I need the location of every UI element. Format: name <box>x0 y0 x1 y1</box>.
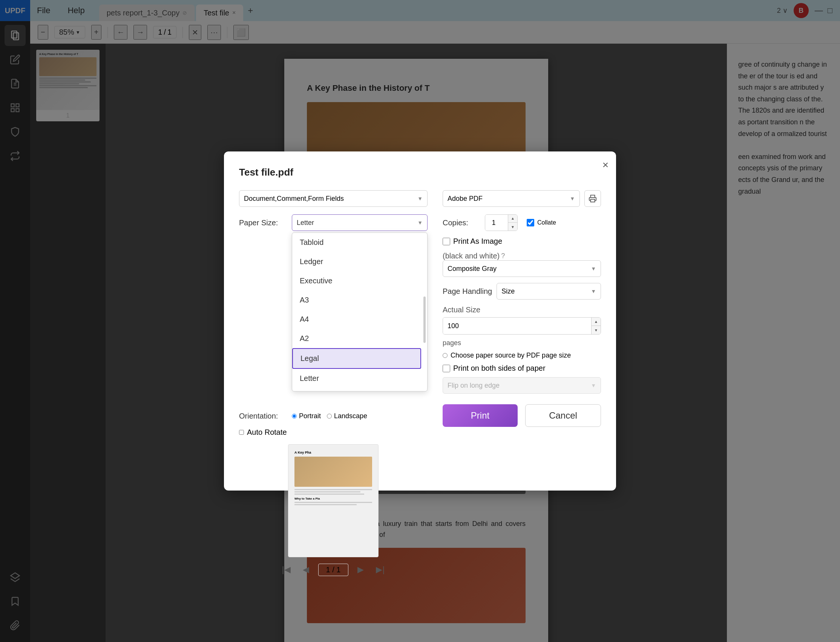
orientation-portrait-radio[interactable] <box>292 414 297 418</box>
printer-row: Adobe PDF ▼ <box>443 190 601 207</box>
paper-size-row: Paper Size: Letter ▼ Tabloid Ledger Exec… <box>239 214 427 231</box>
copies-up-button[interactable]: ▲ <box>508 214 517 223</box>
dropdown-item-a2[interactable]: A2 <box>292 329 421 348</box>
modal-body: Document,Comment,Form Fields ▼ Paper Siz… <box>239 190 601 576</box>
printer-value: Adobe PDF <box>447 195 483 203</box>
collate-text: Collate <box>537 219 556 226</box>
dropdown-item-tabloid[interactable]: Tabloid <box>292 233 421 252</box>
copies-label: Copies: <box>443 219 480 227</box>
print-as-image-checkbox[interactable] <box>443 238 450 245</box>
paper-size-trigger[interactable]: Letter ▼ <box>292 214 427 231</box>
color-select[interactable]: Composite Gray ▼ <box>443 260 601 277</box>
cancel-button[interactable]: Cancel <box>525 404 601 427</box>
dropdown-item-executive[interactable]: Executive <box>292 271 421 290</box>
orientation-options: Portrait Landscape <box>292 412 367 420</box>
printer-arrow: ▼ <box>570 196 575 201</box>
flip-select-wrapper: Flip on long edge ▼ <box>443 377 601 394</box>
copies-input[interactable] <box>485 214 508 231</box>
dropdown-item-a3[interactable]: A3 <box>292 290 421 310</box>
document-type-select[interactable]: Document,Comment,Form Fields ▼ <box>239 190 427 207</box>
choose-paper-source-label: Choose paper source by PDF page size <box>450 352 571 360</box>
orientation-label: Orientation: <box>239 412 292 420</box>
collate-checkbox[interactable] <box>527 219 534 227</box>
scrollbar-track <box>423 234 426 389</box>
modal-title: Test file.pdf <box>239 167 601 178</box>
preview-page-total: 1 <box>336 566 340 574</box>
orientation-landscape-radio[interactable] <box>327 414 332 418</box>
orientation-portrait-label[interactable]: Portrait <box>292 412 321 420</box>
preview-nav: |◀ ◀ 1 / 1 ▶ ▶| <box>239 563 427 576</box>
scaling-input-wrapper: ▲ ▼ <box>443 317 601 334</box>
both-sides-checkbox[interactable] <box>443 365 450 372</box>
dropdown-item-letter[interactable]: Letter <box>292 369 421 388</box>
printer-icon <box>588 195 597 203</box>
copies-down-button[interactable]: ▼ <box>508 223 517 231</box>
modal-left-panel: Document,Comment,Form Fields ▼ Paper Siz… <box>239 190 427 576</box>
dropdown-item-legal[interactable]: Legal <box>292 348 421 369</box>
page-size-select[interactable]: Size ▼ <box>497 283 601 300</box>
preview-prev-button[interactable]: ◀ <box>300 563 312 576</box>
print-modal: Test file.pdf × Document,Comment,Form Fi… <box>224 151 616 491</box>
flip-value: Flip on long edge <box>447 382 500 389</box>
choose-paper-source-row: Choose paper source by PDF page size <box>443 352 601 360</box>
page-handling-label: Page Handling <box>443 287 492 296</box>
dropdown-item-a4[interactable]: A4 <box>292 310 421 329</box>
modal-overlay: Test file.pdf × Document,Comment,Form Fi… <box>0 0 840 642</box>
dropdown-item-screen[interactable]: Screen <box>292 388 421 391</box>
both-sides-row: Print on both sides of paper <box>443 364 601 373</box>
scaling-input[interactable] <box>443 318 591 334</box>
page-size-value: Size <box>501 287 515 295</box>
auto-rotate-checkbox[interactable] <box>239 430 244 435</box>
copies-spinners: ▲ ▼ <box>508 214 517 231</box>
dropdown-scroll-area: Tabloid Ledger Executive A3 A4 A2 Legal … <box>292 233 427 391</box>
orientation-landscape-label[interactable]: Landscape <box>327 412 367 420</box>
color-arrow: ▼ <box>591 266 596 272</box>
document-type-value: Document,Comment,Form Fields <box>244 195 344 203</box>
printer-select[interactable]: Adobe PDF ▼ <box>443 190 580 207</box>
scrollbar-thumb <box>423 297 426 343</box>
document-select-wrapper: Document,Comment,Form Fields ▼ <box>239 190 427 207</box>
preview-page-display: 1 / 1 <box>318 564 349 576</box>
copies-row: Copies: ▲ ▼ Collate <box>443 214 601 231</box>
auto-rotate-row: Auto Rotate <box>239 428 427 437</box>
paper-size-value: Letter <box>297 219 314 227</box>
auto-rotate-label[interactable]: Auto Rotate <box>239 428 287 437</box>
copies-input-wrapper: ▲ ▼ <box>485 214 518 231</box>
preview-canvas: A Key Pha Why to Take a Pla <box>288 444 379 557</box>
document-type-arrow: ▼ <box>418 196 422 201</box>
dropdown-item-ledger[interactable]: Ledger <box>292 252 421 271</box>
scaling-spinners: ▲ ▼ <box>591 318 601 334</box>
print-as-image-text: Print As Image <box>453 237 502 246</box>
scaling-down-button[interactable]: ▼ <box>591 326 601 334</box>
paper-size-arrow: ▼ <box>418 220 422 226</box>
print-as-image-row: Print As Image <box>443 237 601 246</box>
printer-settings-button[interactable] <box>584 190 601 207</box>
flip-arrow: ▼ <box>591 383 596 388</box>
page-scaling-section: Actual Size ▲ ▼ pages <box>443 306 601 347</box>
color-select-wrapper: Composite Gray ▼ <box>443 260 601 277</box>
preview-last-button[interactable]: ▶| <box>373 563 388 576</box>
preview-page-current: 1 <box>326 566 330 574</box>
both-sides-label: Print on both sides of paper <box>453 364 546 373</box>
preview-first-button[interactable]: |◀ <box>279 563 294 576</box>
page-size-select-wrapper: Size ▼ <box>497 283 601 300</box>
preview-next-button[interactable]: ▶ <box>354 563 367 576</box>
color-row: (black and white) ? Composite Gray ▼ <box>443 252 601 277</box>
scaling-up-button[interactable]: ▲ <box>591 318 601 326</box>
choose-paper-source-radio[interactable] <box>443 353 447 358</box>
page-scaling-label: Actual Size <box>443 306 480 314</box>
color-info-icon[interactable]: ? <box>501 252 505 260</box>
svg-rect-9 <box>591 199 595 202</box>
modal-close-button[interactable]: × <box>603 159 609 171</box>
print-button[interactable]: Print <box>443 404 518 427</box>
paper-size-label: Paper Size: <box>239 219 292 227</box>
color-label: (black and white) <box>443 252 500 260</box>
collate-label[interactable]: Collate <box>527 219 556 227</box>
printer-select-wrapper: Adobe PDF ▼ <box>443 190 580 207</box>
paper-size-dropdown-list: Tabloid Ledger Executive A3 A4 A2 Legal … <box>292 232 427 391</box>
flip-select[interactable]: Flip on long edge ▼ <box>443 377 601 394</box>
modal-preview: A Key Pha Why to Take a Pla |◀ ◀ <box>239 444 427 576</box>
auto-rotate-text: Auto Rotate <box>247 428 287 437</box>
modal-actions: Print Cancel <box>443 404 601 427</box>
page-size-arrow: ▼ <box>591 288 596 294</box>
